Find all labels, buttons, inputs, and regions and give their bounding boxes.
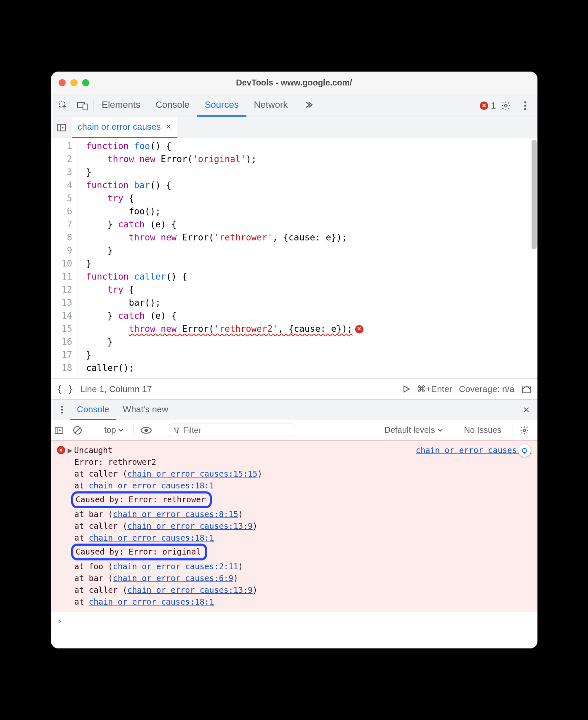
- tab-elements[interactable]: Elements: [94, 94, 148, 117]
- run-icon[interactable]: [403, 385, 410, 393]
- panel-tabs: Elements Console Sources Network: [94, 94, 321, 117]
- main-toolbar: Elements Console Sources Network 1: [51, 94, 537, 117]
- stack-frame-link[interactable]: chain or error causes:8:15: [113, 509, 238, 519]
- window-title: DevTools - www.google.com/: [51, 78, 537, 88]
- stack-frame-link[interactable]: chain or error causes:18:1: [89, 597, 214, 606]
- issues-button[interactable]: No Issues: [460, 425, 506, 435]
- disclosure-triangle-icon[interactable]: ▶: [68, 444, 72, 456]
- tab-network[interactable]: Network: [246, 94, 296, 117]
- navigator-toggle-icon[interactable]: [51, 117, 72, 138]
- zoom-window-button[interactable]: [82, 79, 89, 86]
- svg-point-11: [61, 409, 62, 411]
- file-tab-name: chain or error causes: [78, 122, 161, 132]
- chevron-down-icon: [118, 429, 123, 432]
- pretty-print-icon[interactable]: { }: [57, 384, 74, 394]
- settings-icon[interactable]: [496, 94, 516, 117]
- drawer-close-icon[interactable]: ×: [518, 403, 535, 416]
- kebab-menu-icon[interactable]: [516, 94, 535, 117]
- drawer-tab-whatsnew[interactable]: What's new: [116, 399, 175, 420]
- stack-trace: Error: rethrower2 at caller (chain or er…: [57, 456, 532, 608]
- editor-statusbar: { } Line 1, Column 17 ⌘+Enter Coverage: …: [51, 378, 537, 399]
- svg-point-5: [524, 104, 526, 107]
- stack-frame-link[interactable]: chain or error causes:2:11: [113, 562, 238, 571]
- svg-point-18: [145, 429, 147, 432]
- console-toolbar: top Default levels No Issues: [51, 420, 537, 440]
- line-gutter: 123456789101112131415161718: [51, 138, 78, 378]
- svg-rect-2: [83, 104, 87, 110]
- error-icon: [480, 101, 488, 110]
- error-count[interactable]: 1: [480, 100, 496, 111]
- coverage-label: Coverage: n/a: [459, 384, 515, 394]
- tab-console[interactable]: Console: [148, 94, 197, 117]
- file-tabs-bar: chain or error causes ×: [51, 117, 537, 138]
- caused-by-highlight: Caused by: Error: original: [71, 544, 207, 560]
- execution-context-dropdown[interactable]: top: [101, 425, 127, 435]
- svg-point-12: [61, 412, 62, 413]
- filter-text-input[interactable]: [183, 426, 291, 435]
- error-icon: [57, 446, 65, 454]
- tab-more-icon[interactable]: [295, 94, 321, 117]
- cursor-position: Line 1, Column 17: [80, 384, 152, 394]
- filter-input[interactable]: [169, 424, 295, 437]
- stack-frame-link[interactable]: chain or error causes:15:15: [127, 469, 257, 478]
- funnel-icon: [174, 427, 180, 434]
- code-content: function foo() { throw new Error('origin…: [78, 138, 363, 378]
- chevron-down-icon: [438, 429, 443, 432]
- editor-scrollbar[interactable]: [532, 140, 537, 249]
- error-count-value: 1: [491, 100, 496, 111]
- minimize-window-button[interactable]: [70, 79, 78, 86]
- svg-point-10: [61, 406, 62, 408]
- device-toolbar-icon[interactable]: [73, 94, 92, 117]
- run-shortcut: ⌘+Enter: [417, 384, 452, 394]
- drawer-tab-console[interactable]: Console: [70, 399, 116, 420]
- svg-point-21: [527, 448, 527, 448]
- svg-point-20: [522, 448, 527, 453]
- live-expression-icon[interactable]: [141, 427, 155, 434]
- svg-line-16: [75, 428, 80, 433]
- svg-point-3: [505, 104, 507, 107]
- log-levels-dropdown[interactable]: Default levels: [381, 425, 446, 435]
- error-heading: Uncaught: [74, 444, 113, 456]
- console-body: ▶ Uncaught chain or error causes:15 Erro…: [51, 440, 537, 648]
- tab-sources[interactable]: Sources: [197, 94, 246, 117]
- inline-error-icon[interactable]: [355, 325, 363, 333]
- console-settings-icon[interactable]: [520, 426, 534, 435]
- error-source-link[interactable]: chain or error causes:15: [416, 444, 532, 456]
- console-error-row[interactable]: ▶ Uncaught chain or error causes:15 Erro…: [51, 440, 537, 612]
- log-levels-value: Default levels: [385, 425, 435, 435]
- console-sidebar-toggle-icon[interactable]: [54, 426, 69, 435]
- svg-point-4: [524, 101, 526, 103]
- drawer-kebab-icon[interactable]: [53, 405, 70, 414]
- svg-rect-13: [55, 427, 62, 433]
- clear-console-icon[interactable]: [73, 426, 87, 435]
- code-editor[interactable]: 123456789101112131415161718 function foo…: [51, 138, 537, 378]
- stack-frame-link[interactable]: chain or error causes:13:9: [127, 585, 252, 595]
- stack-frame-link[interactable]: chain or error causes:13:9: [127, 521, 252, 531]
- console-prompt[interactable]: ›: [51, 612, 537, 629]
- inspect-element-icon[interactable]: [53, 94, 73, 117]
- file-tab[interactable]: chain or error causes ×: [72, 117, 177, 138]
- stack-frame-link[interactable]: chain or error causes:18:1: [89, 481, 214, 490]
- svg-rect-7: [57, 124, 66, 131]
- svg-point-19: [523, 429, 526, 432]
- traffic-lights: [59, 79, 89, 86]
- titlebar: DevTools - www.google.com/: [51, 72, 537, 94]
- debugger-toggle-icon[interactable]: [521, 384, 532, 394]
- execution-context-value: top: [104, 425, 116, 435]
- close-window-button[interactable]: [59, 79, 66, 86]
- caused-by-highlight: Caused by: Error: rethrower: [71, 491, 212, 508]
- drawer-tabs: Console What's new ×: [51, 399, 537, 420]
- ai-insight-icon[interactable]: [518, 444, 531, 457]
- svg-point-6: [524, 108, 526, 110]
- stack-frame-link[interactable]: chain or error causes:6:9: [113, 573, 233, 583]
- close-tab-icon[interactable]: ×: [166, 121, 171, 132]
- stack-frame-link[interactable]: chain or error causes:18:1: [89, 533, 214, 542]
- devtools-window: DevTools - www.google.com/ Elements Cons…: [51, 72, 537, 648]
